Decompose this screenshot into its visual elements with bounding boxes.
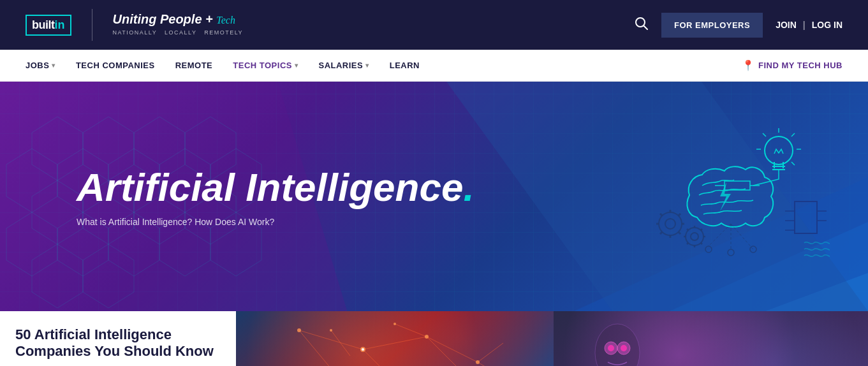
login-link[interactable]: LOG IN	[812, 20, 842, 30]
svg-line-56	[701, 229, 702, 230]
article-cards: 50 Artificial Intelligence Companies You…	[0, 311, 868, 366]
svg-point-84	[297, 328, 301, 332]
chevron-down-icon: ▾	[365, 62, 369, 69]
hero-title: Artificial Intelligence.	[77, 166, 474, 209]
svg-line-75	[299, 330, 331, 366]
svg-rect-66	[795, 201, 817, 233]
svg-point-50	[686, 228, 703, 245]
svg-line-46	[679, 214, 680, 216]
nav-items: JOBS ▾ TECH COMPANIES REMOTE TECH TOPICS…	[26, 61, 742, 70]
svg-line-48	[679, 232, 680, 234]
svg-line-80	[331, 330, 350, 356]
tagline-sub: NATIONALLY LOCALLY REMOTELY	[113, 28, 244, 37]
svg-line-74	[427, 337, 478, 362]
svg-line-32	[791, 133, 795, 136]
svg-line-82	[478, 343, 503, 362]
svg-point-26	[765, 136, 793, 165]
nav-item-learn[interactable]: LEARN	[390, 61, 420, 70]
svg-point-86	[425, 335, 429, 339]
card-image-network	[236, 311, 554, 366]
article-card-left[interactable]: 50 Artificial Intelligence Companies You…	[0, 311, 554, 366]
svg-line-47	[660, 214, 662, 216]
chevron-down-icon: ▾	[295, 62, 298, 69]
svg-point-90	[476, 360, 480, 364]
auth-links: JOIN | LOG IN	[776, 20, 842, 30]
card-title: 50 Artificial Intelligence Companies You…	[15, 326, 223, 360]
svg-point-41	[665, 219, 675, 229]
svg-line-83	[478, 362, 510, 366]
svg-line-59	[687, 243, 688, 244]
svg-point-99	[621, 345, 627, 351]
hero-banner: Artificial Intelligence. What is Artific…	[0, 82, 868, 311]
svg-point-64	[728, 249, 734, 256]
for-employers-button[interactable]: FOR EMPLOYERS	[661, 13, 763, 38]
header-actions: FOR EMPLOYERS JOIN | LOG IN	[635, 13, 842, 38]
header-tagline: Uniting People + Tech NATIONALLY LOCALLY…	[113, 12, 244, 37]
svg-point-51	[691, 233, 698, 240]
svg-line-78	[363, 349, 395, 366]
svg-line-60	[709, 224, 731, 246]
nav-item-tech-topics[interactable]: TECH TOPICS ▾	[233, 61, 298, 70]
tagline-tech: Tech	[216, 15, 235, 26]
card-text: 50 Artificial Intelligence Companies You…	[0, 311, 236, 366]
svg-line-62	[731, 224, 753, 249]
main-nav: JOBS ▾ TECH COMPANIES REMOTE TECH TOPICS…	[0, 50, 868, 82]
site-header: built in Uniting People + Tech NATIONALL…	[0, 0, 868, 50]
hero-dot: .	[463, 165, 474, 209]
svg-line-72	[299, 330, 363, 349]
svg-line-81	[395, 324, 427, 337]
svg-point-93	[362, 348, 364, 351]
location-icon: 📍	[742, 59, 755, 71]
svg-line-34	[791, 162, 795, 165]
hero-subtitle: What is Artificial Intelligence? How Doe…	[77, 217, 474, 227]
svg-line-1	[644, 26, 647, 29]
tagline-main: Uniting People + Tech	[113, 12, 244, 27]
svg-line-57	[687, 229, 688, 230]
logo[interactable]: built in	[26, 15, 71, 36]
svg-rect-37	[725, 181, 750, 190]
svg-line-73	[363, 337, 427, 349]
header-divider	[92, 9, 92, 41]
svg-point-92	[394, 323, 396, 325]
svg-line-79	[427, 337, 459, 366]
find-tech-hub[interactable]: 📍 FIND MY TECH HUB	[742, 59, 842, 71]
hero-illustration	[651, 125, 830, 268]
svg-point-98	[608, 345, 614, 351]
nav-item-jobs[interactable]: JOBS ▾	[26, 61, 55, 70]
logo-text-built: built	[32, 18, 55, 32]
svg-point-40	[659, 212, 682, 235]
svg-line-58	[701, 243, 702, 244]
logo-text-in: in	[55, 18, 65, 32]
tagline-prefix: Uniting People +	[113, 12, 217, 26]
nav-item-salaries[interactable]: SALARIES ▾	[318, 61, 369, 70]
svg-point-91	[330, 329, 332, 332]
svg-point-65	[750, 246, 756, 253]
article-card-right[interactable]	[554, 311, 868, 366]
join-link[interactable]: JOIN	[776, 20, 797, 30]
svg-line-35	[763, 133, 766, 136]
search-icon[interactable]	[635, 17, 649, 34]
svg-point-95	[595, 324, 640, 366]
nav-item-remote[interactable]: REMOTE	[175, 61, 213, 70]
auth-separator: |	[803, 20, 805, 30]
chevron-down-icon: ▾	[52, 62, 55, 69]
hero-content: Artificial Intelligence. What is Artific…	[0, 166, 500, 227]
header-logo-area: built in Uniting People + Tech NATIONALL…	[26, 9, 243, 41]
svg-line-49	[660, 232, 662, 234]
nav-item-tech-companies[interactable]: TECH COMPANIES	[76, 61, 155, 70]
svg-point-63	[705, 246, 712, 253]
